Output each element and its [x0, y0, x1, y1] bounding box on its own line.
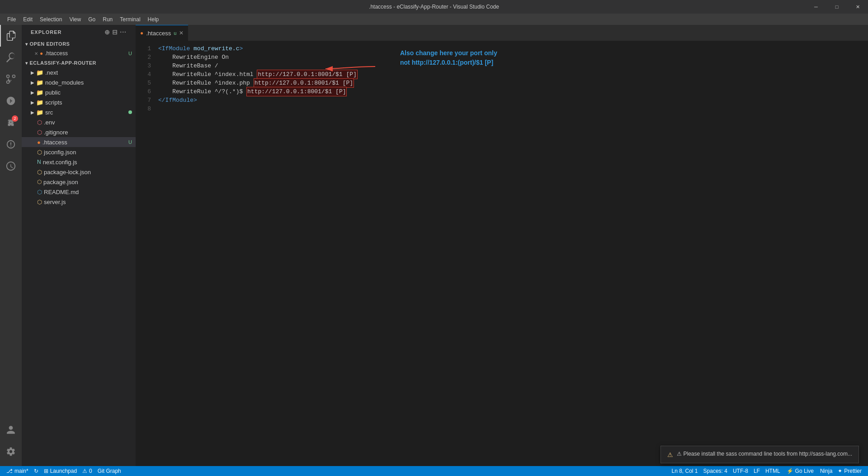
- menu-go[interactable]: Go: [85, 14, 99, 25]
- open-editors-label: OPEN EDITORS: [30, 41, 70, 47]
- tree-label-src: src: [45, 109, 53, 116]
- warning-count: 0: [89, 468, 92, 474]
- tree-label-node-modules: node_modules: [45, 79, 84, 86]
- line-num-7: 7: [136, 96, 151, 105]
- tree-item-readme[interactable]: ⬡ README.md: [22, 187, 136, 197]
- accounts-activity-icon[interactable]: [0, 419, 22, 441]
- status-sync[interactable]: ↻: [31, 466, 41, 476]
- tree-item-nextconfig[interactable]: N next.config.js: [22, 157, 136, 167]
- activity-bar-bottom: [0, 419, 22, 466]
- tree-item-public[interactable]: ▶ 📁 public: [22, 87, 136, 97]
- menu-terminal[interactable]: Terminal: [116, 14, 144, 25]
- menu-edit[interactable]: Edit: [19, 14, 36, 25]
- tree-label-nextconfig: next.config.js: [43, 159, 77, 166]
- tree-item-serverjs[interactable]: ⬡ server.js: [22, 197, 136, 207]
- tabs-bar: ● .htaccess u ✕: [136, 25, 868, 41]
- tree-item-node-modules[interactable]: ▶ 📁 node_modules: [22, 77, 136, 87]
- tree-item-scripts[interactable]: ▶ 📁 scripts: [22, 97, 136, 107]
- explorer-activity-icon[interactable]: [0, 25, 22, 47]
- go-live-button[interactable]: ⚡ Go Live: [783, 466, 817, 476]
- status-language[interactable]: HTML: [763, 466, 783, 476]
- open-editor-item-htaccess[interactable]: ✕ ● .htaccess U: [22, 48, 136, 58]
- status-git-graph[interactable]: Git Graph: [95, 466, 124, 476]
- tab-htaccess[interactable]: ● .htaccess u ✕: [136, 25, 188, 41]
- minimap: [841, 41, 868, 466]
- annotation-text: Also change here your port only not http…: [400, 48, 497, 67]
- code-line-8: [158, 105, 841, 113]
- main-area: 2 EXPLORER ⊕ ⊟ ··· ▾: [0, 25, 868, 466]
- status-encoding[interactable]: UTF-8: [730, 466, 751, 476]
- extensions-badge: 2: [12, 115, 18, 122]
- close-editor-icon[interactable]: ✕: [34, 51, 38, 56]
- sync-icon: ↻: [34, 468, 38, 474]
- status-prettier[interactable]: ✦ Prettier: [835, 466, 864, 476]
- status-launchpad[interactable]: ⊞ Launchpad: [41, 466, 80, 476]
- notification-text: ⚠ Please install the sass command line t…: [677, 451, 852, 457]
- line-num-3: 3: [136, 62, 151, 70]
- folder-icon-src: 📁: [36, 109, 43, 116]
- menu-selection[interactable]: Selection: [36, 14, 66, 25]
- ninja-label: Ninja: [820, 468, 832, 474]
- menu-help[interactable]: Help: [144, 14, 163, 25]
- tree-item-gitignore[interactable]: ⬡ .gitignore: [22, 127, 136, 137]
- remote-explorer-activity-icon[interactable]: [0, 133, 22, 155]
- run-debug-activity-icon[interactable]: [0, 90, 22, 112]
- tree-item-pkg[interactable]: ⬡ package.json: [22, 177, 136, 187]
- status-eol[interactable]: LF: [751, 466, 763, 476]
- tree-item-htaccess[interactable]: ● .htaccess U: [22, 137, 136, 147]
- editor-content[interactable]: 1 2 3 4 5 6 7 8 <IfModule mod_rewrite.c>…: [136, 41, 868, 466]
- maximize-button[interactable]: □: [826, 0, 847, 14]
- tab-close-button[interactable]: ✕: [179, 30, 184, 36]
- folder-icon-public: 📁: [36, 89, 43, 96]
- close-button[interactable]: ✕: [847, 0, 868, 14]
- source-control-activity-icon[interactable]: [0, 68, 22, 90]
- search-activity-icon[interactable]: [0, 47, 22, 68]
- tree-label-pkg: package.json: [43, 179, 78, 186]
- notification-toast: ⚠ ⚠ Please install the sass command line…: [660, 446, 859, 463]
- project-root-label: ECLASSIFY-APP-ROUTER: [30, 60, 97, 66]
- annotation-line1: Also change here your port only: [400, 48, 497, 58]
- status-warnings[interactable]: ⚠ 0: [80, 466, 95, 476]
- status-branch[interactable]: ⎇ main*: [4, 466, 31, 476]
- timeline-activity-icon[interactable]: [0, 155, 22, 177]
- settings-activity-icon[interactable]: [0, 441, 22, 462]
- tree-item-src[interactable]: ▶ 📁 src: [22, 107, 136, 117]
- status-ln-col[interactable]: Ln 8, Col 1: [669, 466, 700, 476]
- window-controls: ─ □ ✕: [806, 0, 868, 14]
- menu-view[interactable]: View: [66, 14, 85, 25]
- htaccess-modified-u: U: [128, 139, 132, 145]
- tree-item-env[interactable]: ⬡ .env: [22, 117, 136, 127]
- prettier-icon: ✦: [838, 468, 842, 474]
- activity-bar: 2: [0, 25, 22, 466]
- extensions-activity-icon[interactable]: 2: [0, 112, 22, 133]
- tree-item-jsconfig[interactable]: ⬡ jsconfig.json: [22, 147, 136, 157]
- tree-label-scripts: scripts: [45, 99, 62, 106]
- project-root-section[interactable]: ▾ ECLASSIFY-APP-ROUTER: [22, 58, 136, 67]
- launchpad-icon: ⊞: [44, 468, 48, 474]
- new-file-icon[interactable]: ⊕: [104, 29, 110, 36]
- more-actions-icon[interactable]: ···: [120, 29, 127, 36]
- status-spaces[interactable]: Spaces: 4: [701, 466, 730, 476]
- readme-file-icon: ⬡: [37, 189, 42, 195]
- line-num-1: 1: [136, 44, 151, 53]
- code-line-1: <IfModule mod_rewrite.c>: [158, 44, 841, 53]
- status-ninja[interactable]: Ninja: [817, 466, 835, 476]
- open-editor-modified: U: [128, 51, 132, 56]
- open-editors-section[interactable]: ▾ OPEN EDITORS: [22, 39, 136, 48]
- minimize-button[interactable]: ─: [806, 0, 826, 14]
- open-editors-list: ✕ ● .htaccess U: [22, 48, 136, 58]
- menu-file[interactable]: File: [4, 14, 19, 25]
- collapse-icon[interactable]: ⊟: [112, 29, 118, 36]
- tree-item-pkglock[interactable]: ⬡ package-lock.json: [22, 167, 136, 177]
- code-line-6: RewriteRule ^/?(.*)$ http://127.0.0.1:80…: [158, 87, 841, 96]
- tree-item-next[interactable]: ▶ 📁 .next: [22, 67, 136, 77]
- line-num-4: 4: [136, 70, 151, 79]
- tree-label-jsconfig: jsconfig.json: [44, 149, 76, 156]
- code-editor[interactable]: <IfModule mod_rewrite.c> RewriteEngine O…: [158, 41, 841, 466]
- sidebar-header: EXPLORER ⊕ ⊟ ···: [22, 25, 136, 39]
- code-line-3: RewriteBase /: [158, 62, 841, 70]
- htaccess-tree-icon: ●: [37, 139, 41, 146]
- jsconfig-file-icon: ⬡: [37, 149, 42, 156]
- code-line-5: RewriteRule ^index.php http://127.0.0.1:…: [158, 79, 841, 87]
- menu-run[interactable]: Run: [99, 14, 116, 25]
